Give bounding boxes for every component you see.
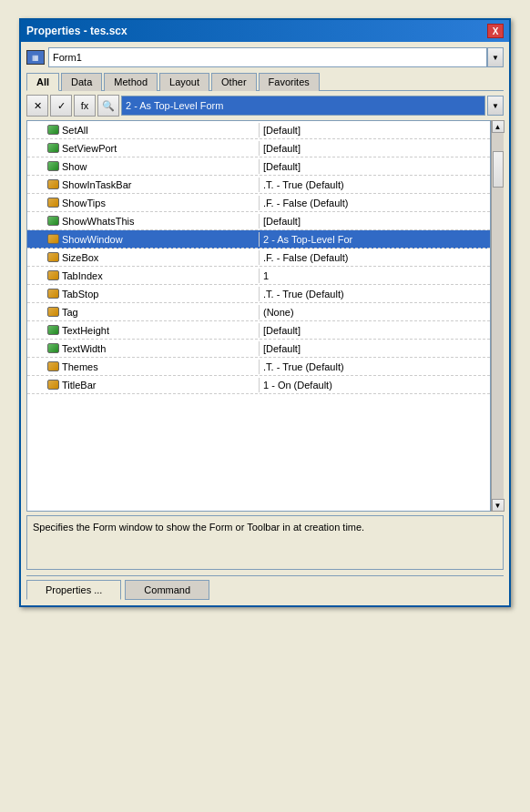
table-row[interactable]: ShowWindow 2 - As Top-Level For xyxy=(27,230,490,249)
prop-value: [Default] xyxy=(259,341,490,356)
scrollbar[interactable]: ▲ ▼ xyxy=(491,120,504,512)
cancel-button[interactable]: ✕ xyxy=(26,95,48,117)
prop-name: SetViewPort xyxy=(27,141,259,156)
table-row[interactable]: TextHeight [Default] xyxy=(27,321,490,340)
prop-name: ShowInTaskBar xyxy=(27,178,259,192)
scroll-down-button[interactable]: ▼ xyxy=(492,499,505,512)
prop-name: TextWidth xyxy=(27,341,259,356)
table-row[interactable]: Show [Default] xyxy=(27,157,490,176)
prop-icon xyxy=(47,307,59,317)
prop-name: Show xyxy=(27,159,259,174)
properties-window: Properties - tes.scx X ▦ ▼ All Data Meth… xyxy=(19,18,511,607)
prop-name: Themes xyxy=(27,360,259,374)
prop-icon xyxy=(47,361,59,371)
prop-icon xyxy=(47,270,59,280)
description-area: Specifies the Form window to show the Fo… xyxy=(26,515,504,570)
prop-icon xyxy=(47,143,59,153)
prop-icon xyxy=(47,125,59,135)
window-title: Properties - tes.scx xyxy=(26,25,127,37)
table-row[interactable]: SizeBox .F. - False (Default) xyxy=(27,249,490,267)
value-dropdown-button[interactable]: ▼ xyxy=(487,96,504,116)
prop-name: TabIndex xyxy=(27,269,259,283)
prop-value: 2 - As Top-Level For xyxy=(259,232,490,247)
search-icon: 🔍 xyxy=(102,100,115,112)
property-list-container: SetAll [Default] SetViewPort [Default] S… xyxy=(26,120,504,512)
prop-name: Tag xyxy=(27,305,259,320)
tab-layout[interactable]: Layout xyxy=(159,73,209,91)
prop-value: [Default] xyxy=(259,214,490,228)
prop-icon xyxy=(47,325,59,335)
table-row[interactable]: TabStop .T. - True (Default) xyxy=(27,285,490,303)
prop-value: .F. - False (Default) xyxy=(259,196,490,210)
prop-name: TextHeight xyxy=(27,323,259,338)
bottom-tab-properties[interactable]: Properties ... xyxy=(26,580,121,600)
tab-other[interactable]: Other xyxy=(211,73,257,91)
prop-icon xyxy=(47,161,59,171)
prop-icon xyxy=(47,343,59,353)
prop-value: [Default] xyxy=(259,159,490,174)
table-row[interactable]: ShowWhatsThis [Default] xyxy=(27,212,490,230)
prop-value: .T. - True (Default) xyxy=(259,360,490,374)
prop-value: .T. - True (Default) xyxy=(259,178,490,192)
prop-icon xyxy=(47,380,59,390)
prop-value: 1 xyxy=(259,269,490,283)
prop-value: [Default] xyxy=(259,323,490,338)
prop-icon xyxy=(47,198,59,208)
table-row[interactable]: TabIndex 1 xyxy=(27,267,490,285)
prop-name: ShowTips xyxy=(27,196,259,210)
prop-icon xyxy=(47,179,59,189)
prop-icon xyxy=(47,252,59,262)
prop-icon xyxy=(47,234,59,244)
prop-name: ShowWhatsThis xyxy=(27,214,259,228)
form-icon: ▦ xyxy=(26,50,45,65)
tab-data[interactable]: Data xyxy=(61,73,102,91)
form-selector-row: ▦ ▼ xyxy=(26,47,504,67)
table-row[interactable]: ShowTips .F. - False (Default) xyxy=(27,194,490,212)
prop-value: .F. - False (Default) xyxy=(259,250,490,265)
scrollbar-thumb[interactable] xyxy=(493,151,504,188)
prop-icon xyxy=(47,289,59,299)
table-row[interactable]: SetAll [Default] xyxy=(27,121,490,139)
confirm-button[interactable]: ✓ xyxy=(50,95,72,117)
bottom-tabs: Properties ... Command xyxy=(26,575,504,600)
table-row[interactable]: Tag (None) xyxy=(27,303,490,321)
prop-name: SetAll xyxy=(27,123,259,137)
form-selector-input[interactable] xyxy=(48,47,487,67)
description-text: Specifies the Form window to show the Fo… xyxy=(33,522,364,533)
title-bar: Properties - tes.scx X xyxy=(21,20,509,42)
prop-name: TitleBar xyxy=(27,378,259,392)
table-row[interactable]: SetViewPort [Default] xyxy=(27,139,490,157)
bottom-tab-command[interactable]: Command xyxy=(125,580,209,600)
scroll-up-button[interactable]: ▲ xyxy=(492,120,505,133)
prop-value: (None) xyxy=(259,305,490,320)
window-body: ▦ ▼ All Data Method Layout Other Favorit… xyxy=(21,42,509,605)
tab-favorites[interactable]: Favorites xyxy=(259,73,320,91)
property-tabs: All Data Method Layout Other Favorites xyxy=(26,73,504,91)
prop-name: SizeBox xyxy=(27,250,259,265)
tab-all[interactable]: All xyxy=(26,73,59,91)
value-input[interactable] xyxy=(121,96,485,116)
function-button[interactable]: fx xyxy=(74,95,96,117)
prop-value: .T. - True (Default) xyxy=(259,287,490,301)
prop-value: 1 - On (Default) xyxy=(259,378,490,392)
table-row[interactable]: TitleBar 1 - On (Default) xyxy=(27,376,490,394)
property-list-inner: SetAll [Default] SetViewPort [Default] S… xyxy=(26,120,491,512)
search-button[interactable]: 🔍 xyxy=(97,95,119,117)
toolbar: ✕ ✓ fx 🔍 ▼ xyxy=(26,95,504,117)
property-list[interactable]: SetAll [Default] SetViewPort [Default] S… xyxy=(26,120,491,512)
prop-name: TabStop xyxy=(27,287,259,301)
tab-method[interactable]: Method xyxy=(104,73,158,91)
table-row[interactable]: Themes .T. - True (Default) xyxy=(27,358,490,376)
close-button[interactable]: X xyxy=(487,24,504,38)
prop-value: [Default] xyxy=(259,123,490,137)
form-selector-dropdown-button[interactable]: ▼ xyxy=(487,47,504,67)
prop-value: [Default] xyxy=(259,141,490,156)
table-row[interactable]: TextWidth [Default] xyxy=(27,340,490,358)
table-row[interactable]: ShowInTaskBar .T. - True (Default) xyxy=(27,176,490,194)
prop-name: ShowWindow xyxy=(27,232,259,247)
prop-icon xyxy=(47,216,59,226)
